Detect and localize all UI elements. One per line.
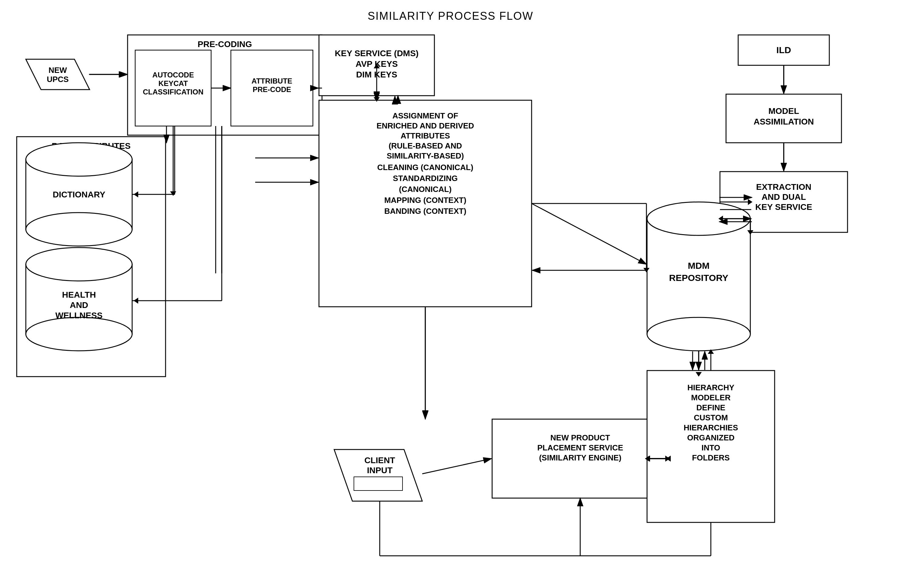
assignment-label7: STANDARDIZING xyxy=(393,174,457,183)
new-product-label1: NEW PRODUCT xyxy=(550,433,610,442)
dictionary-bottom xyxy=(26,213,132,246)
assignment-label4: (RULE-BASED AND xyxy=(388,141,462,150)
extraction-label2: AND DUAL xyxy=(762,192,806,202)
assignment-label2: ENRICHED AND DERIVED xyxy=(376,121,474,130)
assignment-label9: MAPPING (CONTEXT) xyxy=(384,196,466,205)
diagram-container: SIMILARITY PROCESS FLOW NEW UPCS PRE-COD… xyxy=(0,0,901,588)
hierarchy-label5: HIERARCHIES xyxy=(683,423,738,432)
pre-coding-label: PRE-CODING xyxy=(198,39,252,49)
client-input-label1: CLIENT xyxy=(364,455,395,465)
hierarchy-label6: ORGANIZED xyxy=(687,433,734,442)
assignment-label1: ASSIGNMENT OF xyxy=(393,111,458,120)
health-wellness-top xyxy=(26,248,132,281)
attr-precode-label2: PRE-CODE xyxy=(253,85,292,94)
hierarchy-label1: HIERARCHY xyxy=(687,383,734,392)
autocode-label3: CLASSIFICATION xyxy=(143,88,204,96)
dictionary-top xyxy=(26,143,132,176)
new-product-label2: PLACEMENT SERVICE xyxy=(537,443,624,452)
extraction-label3: KEY SERVICE xyxy=(755,202,812,212)
health-wellness-label2: AND xyxy=(70,300,89,310)
hierarchy-label8: FOLDERS xyxy=(692,453,730,462)
ild-label: ILD xyxy=(776,45,791,55)
mdm-repo-bottom xyxy=(647,317,750,351)
assignment-label5: SIMILARITY-BASED) xyxy=(387,151,464,161)
mdm-repo-label2: REPOSITORY xyxy=(669,273,728,283)
arrow-clientinput-to-newproduct xyxy=(422,459,491,474)
model-assim-label2: ASSIMILATION xyxy=(754,117,814,126)
key-service-label1: KEY SERVICE (DMS) xyxy=(335,48,419,58)
assignment-label3: ATTRIBUTES xyxy=(401,131,450,140)
new-upcs-label: NEW xyxy=(48,66,67,75)
health-wellness-label3: WELLNESS xyxy=(55,311,103,320)
new-product-label3: (SIMILARITY ENGINE) xyxy=(539,453,621,462)
autocode-label1: AUTOCODE xyxy=(153,71,194,79)
health-wellness-label1: HEALTH xyxy=(62,290,96,299)
arrow-assign-to-mdm xyxy=(532,203,647,264)
attr-precode-label1: ATTRIBUTE xyxy=(251,77,292,85)
autocode-label2: KEYCAT xyxy=(159,79,188,87)
extraction-label1: EXTRACTION xyxy=(756,182,811,192)
new-upcs-label2: UPCS xyxy=(47,75,69,84)
client-input-inner-rect xyxy=(354,477,402,491)
assignment-label8: (CANONICAL) xyxy=(399,185,451,194)
assignment-label10: BANDING (CONTEXT) xyxy=(384,206,466,216)
health-wellness-bottom xyxy=(26,317,132,351)
mdm-repo-label1: MDM xyxy=(688,260,709,271)
dictionary-label: DICTIONARY xyxy=(53,190,105,199)
hierarchy-label4: CUSTOM xyxy=(694,413,728,422)
model-assim-label1: MODEL xyxy=(768,106,799,116)
hierarchy-label7: INTO xyxy=(701,443,720,452)
assignment-label6: CLEANING (CANONICAL) xyxy=(377,163,473,172)
hierarchy-label3: DEFINE xyxy=(696,403,725,412)
hierarchy-label2: MODELER xyxy=(691,393,731,402)
arrow-down-baseattr1 xyxy=(170,191,176,196)
client-input-label2: INPUT xyxy=(367,466,393,475)
diagram-title: SIMILARITY PROCESS FLOW xyxy=(368,10,533,22)
